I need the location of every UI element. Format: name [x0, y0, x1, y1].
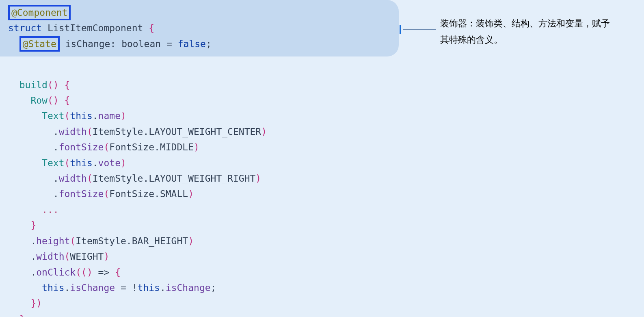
code-line-font2: .fontSize(FontSize.SMALL) — [8, 186, 399, 202]
code-line-text1: Text(this.name) — [8, 108, 399, 124]
annotation-connector — [400, 24, 436, 35]
code-line-width3: .width(WEIGHT) — [8, 249, 399, 264]
decorator-state: @State — [23, 39, 56, 49]
code-line-width1: .width(ItemStyle.LAYOUT_WEIGHT_CENTER) — [8, 124, 399, 139]
code-body: build() { Row() { Text(this.name) .width… — [0, 56, 399, 317]
code-line-blank — [8, 61, 399, 77]
code-line-2: struct ListItemComponent { — [8, 20, 399, 36]
code-line-onclickclose: }) — [8, 295, 399, 311]
code-line-1: @Component — [8, 5, 399, 20]
code-line-ellipsis: ... — [8, 202, 399, 217]
code-line-row: Row() { — [8, 93, 399, 108]
code-line-onclick: .onClick(() => { — [8, 265, 399, 280]
annotation-line-1: 装饰器：装饰类、结构、方法和变量，赋予 — [440, 15, 631, 32]
highlighted-code-region: @Component struct ListItemComponent { @S… — [0, 0, 399, 56]
annotation-text: 装饰器：装饰类、结构、方法和变量，赋予 其特殊的含义。 — [440, 15, 631, 48]
code-line-rowclose: } — [8, 217, 399, 233]
code-line-width2: .width(ItemStyle.LAYOUT_WEIGHT_RIGHT) — [8, 171, 399, 186]
code-line-height: .height(ItemStyle.BAR_HEIGHT) — [8, 233, 399, 249]
code-line-3: @State isChange: boolean = false; — [8, 36, 399, 52]
code-line-build: build() { — [8, 77, 399, 93]
code-line-text2: Text(this.vote) — [8, 155, 399, 171]
code-line-font1: .fontSize(FontSize.MIDDLE) — [8, 139, 399, 155]
decorator-component: @Component — [11, 7, 67, 18]
code-line-assign: this.isChange = !this.isChange; — [8, 280, 399, 295]
annotation-line-2: 其特殊的含义。 — [440, 32, 631, 48]
code-snippet: @Component struct ListItemComponent { @S… — [0, 0, 399, 317]
code-line-buildclose: } — [8, 311, 399, 317]
